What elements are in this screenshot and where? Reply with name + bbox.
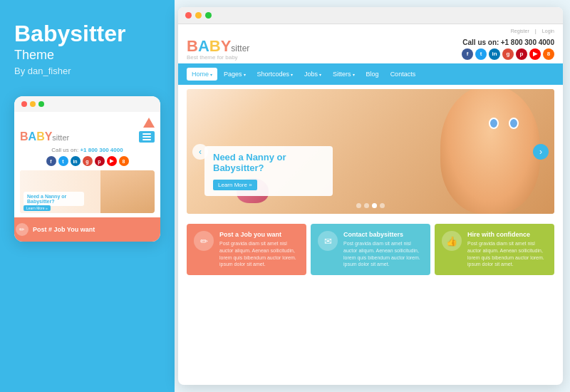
hero-dot-4[interactable] <box>380 203 385 208</box>
site-header-top: Register | Login <box>187 28 554 34</box>
nav-shortcodes[interactable]: Shortcodes ▾ <box>252 68 299 81</box>
site-logo: BABYsitter <box>187 37 249 56</box>
nav-arrow: ▾ <box>244 72 246 77</box>
site-twitter-icon[interactable]: t <box>475 48 487 60</box>
browser-dot-maximize <box>205 12 212 19</box>
nav-home[interactable]: Home ▾ <box>187 68 217 81</box>
call-text: Call us on: +1 800 300 4000 <box>462 38 554 46</box>
hero-text-box: Need a Nanny or Babysitter? Learn More » <box>204 146 333 196</box>
site-extra-icon[interactable]: 8 <box>543 48 554 60</box>
social-pinterest-icon[interactable]: p <box>95 156 105 166</box>
card-text-hire: Hire with confidence Post gravida diam s… <box>467 231 547 268</box>
site-nav: Home ▾ Pages ▾ Shortcodes ▾ Jobs ▾ Sitte… <box>178 63 563 85</box>
register-link[interactable]: Register <box>511 29 529 33</box>
hero-next-button[interactable]: › <box>533 144 549 160</box>
product-subtitle: Theme <box>14 48 160 63</box>
menu-line <box>142 133 151 135</box>
feature-card-contact: ✉ Contact babysitters Post gravida diam … <box>311 224 430 275</box>
site-logo-area: BABYsitter Best theme for baby <box>187 37 249 61</box>
browser-content: Register | Login BABYsitter Best theme f… <box>178 24 563 385</box>
right-panel: Register | Login BABYsitter Best theme f… <box>175 0 570 392</box>
site-facebook-icon[interactable]: f <box>462 48 473 60</box>
nav-arrow: ▾ <box>319 72 321 77</box>
nav-sitters[interactable]: Sitters ▾ <box>328 68 360 81</box>
mobile-dot-red <box>21 101 27 107</box>
mobile-hero: Need a Nanny or Babysitter? Learn More » <box>20 170 155 213</box>
mobile-bottom-card-text: Post # Job You want <box>33 226 95 234</box>
card-title-contact: Contact babysitters <box>343 231 423 238</box>
pencil-icon: ✏ <box>194 231 214 251</box>
nav-arrow: ▾ <box>210 72 212 77</box>
card-title-post-job: Post a Job you want <box>219 231 299 238</box>
nav-jobs[interactable]: Jobs ▾ <box>299 68 326 81</box>
mobile-mockup: BABYsitter Call us on: +1 800 300 4000 f… <box>14 96 160 242</box>
nav-arrow: ▾ <box>291 72 293 77</box>
nav-contacts[interactable]: Contacts <box>385 68 421 81</box>
mobile-body: BABYsitter Call us on: +1 800 300 4000 f… <box>14 112 160 213</box>
social-linkedin-icon[interactable]: in <box>71 156 81 166</box>
card-text-contact: Contact babysitters Post gravida diam si… <box>343 231 423 268</box>
feature-card-post-job: ✏ Post a Job you want Post gravida diam … <box>187 224 306 275</box>
product-author: By dan_fisher <box>14 66 160 76</box>
mobile-call-row: Call us on: +1 800 300 4000 <box>20 147 155 153</box>
browser-chrome <box>178 7 563 24</box>
nav-arrow: ▾ <box>353 72 355 77</box>
browser-window: Register | Login BABYsitter Best theme f… <box>178 7 563 385</box>
mobile-notification-icon <box>143 118 155 128</box>
site-header-main: BABYsitter Best theme for baby Call us o… <box>187 37 554 61</box>
card-title-hire: Hire with confidence <box>467 231 547 238</box>
site-pinterest-icon[interactable]: p <box>516 48 527 60</box>
hero-baby-head <box>440 89 540 214</box>
site-header-right: Call us on: +1 800 300 4000 f t in g p ▶… <box>462 38 554 60</box>
browser-dot-minimize <box>195 12 202 19</box>
social-icons-row: f t in g p ▶ 8 <box>462 48 554 60</box>
card-text-post-job: Post a Job you want Post gravida diam si… <box>219 231 299 268</box>
browser-dot-close <box>185 12 192 19</box>
login-link[interactable]: Login <box>542 29 554 33</box>
hero-prev-button[interactable]: ‹ <box>192 144 208 160</box>
hero-baby-eye-right <box>489 118 499 129</box>
mobile-logo: BABYsitter <box>20 130 69 143</box>
site-youtube-icon[interactable]: ▶ <box>529 48 541 60</box>
mobile-dot-yellow <box>30 101 36 107</box>
hero-cta-button[interactable]: Learn More » <box>213 180 257 190</box>
social-facebook-icon[interactable]: f <box>46 156 56 166</box>
card-desc-post-job: Post gravida diam sit amet nisl auctor a… <box>219 240 299 268</box>
envelope-icon: ✉ <box>318 231 338 251</box>
social-extra-icon[interactable]: 8 <box>119 156 129 166</box>
hero-dot-3[interactable] <box>372 203 377 208</box>
social-youtube-icon[interactable]: ▶ <box>107 156 117 166</box>
feature-cards: ✏ Post a Job you want Post gravida diam … <box>178 218 563 281</box>
hero-section: ‹ › Need a Nanny or Babysitter? Learn Mo… <box>187 89 554 214</box>
hero-baby-eye-left <box>509 118 519 129</box>
feature-card-hire: 👍 Hire with confidence Post gravida diam… <box>435 224 554 275</box>
thumbsup-icon: 👍 <box>442 231 462 251</box>
hero-dot-2[interactable] <box>364 203 369 208</box>
hero-dot-1[interactable] <box>356 203 361 208</box>
nav-pages[interactable]: Pages ▾ <box>219 68 251 81</box>
mobile-dot-green <box>38 101 44 107</box>
left-panel: Babysitter Theme By dan_fisher BABYsitte… <box>0 0 175 392</box>
site-header: Register | Login BABYsitter Best theme f… <box>178 24 563 63</box>
hero-dots <box>356 203 385 208</box>
menu-line <box>142 136 151 138</box>
card-desc-hire: Post gravida diam sit amet nisl auctor a… <box>467 240 547 268</box>
site-google-icon[interactable]: g <box>502 48 514 60</box>
menu-line <box>142 139 151 140</box>
card-desc-contact: Post gravida diam sit amet nisl auctor a… <box>343 240 423 268</box>
mobile-hero-cta[interactable]: Learn More » <box>24 205 51 211</box>
mobile-hero-text: Need a Nanny or Babysitter? <box>24 192 84 206</box>
product-title: Babysitter <box>14 21 160 46</box>
site-linkedin-icon[interactable]: in <box>489 48 500 60</box>
social-twitter-icon[interactable]: t <box>58 156 68 166</box>
mobile-top-bar <box>14 96 160 112</box>
nav-blog[interactable]: Blog <box>361 68 384 81</box>
hero-headline: Need a Nanny or Babysitter? <box>213 152 324 173</box>
mobile-logo-row: BABYsitter <box>20 130 155 143</box>
mobile-social-row: f t in g p ▶ 8 <box>20 156 155 166</box>
mobile-menu-icon[interactable] <box>139 131 155 143</box>
mobile-bottom-card: ✏ Post # Job You want <box>14 217 160 242</box>
pencil-icon: ✏ <box>16 223 28 236</box>
social-google-icon[interactable]: g <box>83 156 93 166</box>
